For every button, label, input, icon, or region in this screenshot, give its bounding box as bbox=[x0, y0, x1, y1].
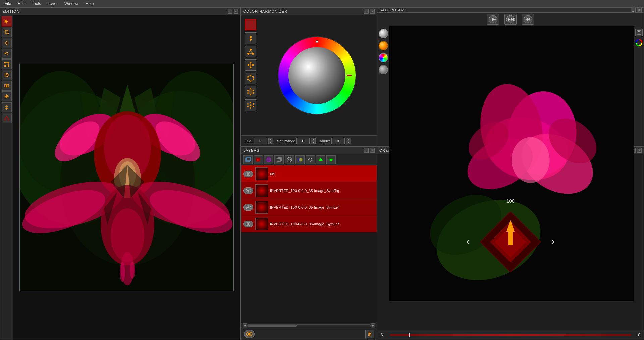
layer-blend-btn[interactable] bbox=[295, 155, 305, 164]
menu-file[interactable]: File bbox=[1, 1, 14, 7]
cc-close-btn[interactable]: × bbox=[637, 148, 642, 153]
menu-layer[interactable]: Layer bbox=[44, 1, 61, 7]
layer-row[interactable]: M5 bbox=[241, 165, 377, 182]
warp-tool-btn[interactable] bbox=[2, 70, 12, 80]
salient-play-btn[interactable] bbox=[487, 14, 499, 25]
hue-down-btn[interactable]: ▼ bbox=[268, 141, 273, 144]
hue-input[interactable] bbox=[254, 138, 267, 144]
menu-window[interactable]: Window bbox=[61, 1, 82, 7]
svg-rect-13 bbox=[5, 84, 6, 87]
salient-skip-btn[interactable] bbox=[504, 14, 517, 25]
salient-compass-ball[interactable] bbox=[379, 29, 388, 38]
saturation-input[interactable] bbox=[296, 138, 310, 144]
salient-screenshot-btn[interactable] bbox=[635, 29, 643, 36]
layers-scrollbar-area: ◀ ▶ bbox=[241, 323, 377, 328]
layer-name: INVERTED_100-0-0-0_35-Image_SymRig bbox=[270, 189, 375, 193]
salient-color-ball[interactable] bbox=[379, 53, 388, 62]
cc-slider-track[interactable] bbox=[390, 334, 631, 336]
edition-minimize-btn[interactable]: _ bbox=[228, 9, 232, 14]
layer-down-btn[interactable] bbox=[326, 155, 336, 164]
layer-visibility-toggle[interactable] bbox=[243, 171, 253, 177]
layer-row[interactable]: INVERTED_100-0-0-0_35-Image_SymRig bbox=[241, 182, 377, 199]
sa-close-btn[interactable]: × bbox=[637, 8, 642, 12]
svg-rect-8 bbox=[4, 62, 6, 63]
rotate-tool-btn[interactable] bbox=[2, 49, 12, 59]
layer-merge-btn[interactable] bbox=[264, 155, 273, 164]
svg-rect-5 bbox=[6, 43, 7, 43]
layers-visibility-all-btn[interactable] bbox=[244, 330, 255, 338]
mirror-tool-btn[interactable] bbox=[2, 81, 12, 91]
hue-label: Hue: bbox=[245, 139, 252, 143]
layer-row[interactable]: INVERTED_100-0-0-0_35-Image_SymLef bbox=[241, 216, 377, 232]
layer-visibility-toggle[interactable] bbox=[243, 187, 253, 194]
layer-new-btn[interactable] bbox=[243, 155, 253, 164]
harmony-misc-btn[interactable] bbox=[245, 99, 256, 111]
layer-mask-btn[interactable] bbox=[285, 155, 294, 164]
layer-up-btn[interactable] bbox=[316, 155, 325, 164]
position-tool-btn[interactable] bbox=[2, 91, 12, 101]
ch-minimize-btn[interactable]: _ bbox=[364, 9, 369, 14]
menu-help[interactable]: Help bbox=[82, 1, 97, 7]
svg-point-130 bbox=[299, 158, 302, 161]
layers-scroll-left[interactable]: ◀ bbox=[243, 323, 247, 328]
value-up-btn[interactable]: ▲ bbox=[346, 138, 351, 141]
transform-tool-btn[interactable] bbox=[2, 59, 12, 69]
color-hue-controls: Hue: ▲ ▼ Saturation: ▲ ▼ bbox=[241, 135, 377, 146]
layers-scroll-track[interactable] bbox=[247, 324, 371, 327]
ch-close-btn[interactable]: × bbox=[370, 9, 375, 14]
menu-tools[interactable]: Tools bbox=[28, 1, 44, 7]
edition-panel: Edition _ × bbox=[0, 7, 241, 340]
color-wheel[interactable] bbox=[278, 37, 356, 114]
svg-marker-80 bbox=[248, 89, 253, 95]
svg-point-83 bbox=[253, 92, 254, 94]
color-wheel-container[interactable] bbox=[260, 18, 374, 133]
layers-scroll-thumb bbox=[248, 325, 297, 327]
layer-row[interactable]: INVERTED_100-0-0-0_35-Image_SymLef bbox=[241, 199, 377, 216]
salient-color-wheel-icon[interactable] bbox=[635, 39, 643, 46]
svg-marker-4 bbox=[8, 42, 9, 44]
harmony-single-btn[interactable] bbox=[245, 32, 256, 44]
harmony-triangle-btn[interactable] bbox=[245, 46, 256, 57]
edition-close-btn[interactable]: × bbox=[234, 9, 238, 14]
hue-up-btn[interactable]: ▲ bbox=[268, 138, 273, 141]
saturation-down-btn[interactable]: ▼ bbox=[311, 141, 316, 144]
cc-content: 100 0 0 bbox=[377, 154, 644, 330]
harmony-hex1-btn[interactable] bbox=[245, 73, 256, 84]
svg-marker-1 bbox=[6, 41, 7, 42]
value-down-btn[interactable]: ▼ bbox=[346, 141, 351, 144]
crop-tool-btn[interactable] bbox=[2, 27, 12, 37]
sa-minimize-btn[interactable]: _ bbox=[631, 8, 636, 12]
cut-tool-btn[interactable] bbox=[2, 113, 12, 123]
layer-duplicate-btn[interactable] bbox=[274, 155, 284, 164]
salient-gray-ball[interactable] bbox=[379, 65, 388, 74]
layers-close-btn[interactable]: × bbox=[370, 148, 375, 153]
menu-edit[interactable]: Edit bbox=[14, 1, 28, 7]
harmony-hex2-btn[interactable] bbox=[245, 86, 256, 97]
canvas-area[interactable] bbox=[13, 15, 240, 340]
svg-point-143 bbox=[248, 333, 251, 335]
svg-line-66 bbox=[251, 50, 253, 54]
salient-orange-ball[interactable] bbox=[379, 41, 388, 50]
select-tool-btn[interactable] bbox=[2, 16, 12, 26]
top-right: Color Harmonizer _ × bbox=[241, 7, 644, 146]
value-input[interactable] bbox=[331, 138, 345, 144]
layers-panel: Layers _ × bbox=[241, 146, 377, 340]
layer-visibility-toggle[interactable] bbox=[243, 221, 253, 227]
layers-scroll-right[interactable]: ▶ bbox=[371, 323, 375, 328]
layer-visibility-toggle[interactable] bbox=[243, 204, 253, 211]
color-swatch[interactable] bbox=[245, 19, 256, 30]
salient-back-btn[interactable] bbox=[522, 14, 534, 25]
move-tool-btn[interactable] bbox=[2, 38, 12, 48]
layer-refresh-btn[interactable] bbox=[306, 155, 315, 164]
harmony-star-btn[interactable] bbox=[245, 59, 256, 71]
color-wheel-inner bbox=[288, 47, 345, 104]
layer-delete-btn[interactable] bbox=[254, 155, 263, 164]
saturation-up-btn[interactable]: ▲ bbox=[311, 138, 316, 141]
layer-thumbnail bbox=[255, 201, 268, 214]
layers-trash-btn[interactable]: 🗑 bbox=[365, 330, 374, 338]
layer-name: INVERTED_100-0-0-0_35-Image_SymLef bbox=[270, 205, 375, 209]
layers-minimize-btn[interactable]: _ bbox=[364, 148, 369, 153]
svg-point-85 bbox=[247, 92, 249, 94]
svg-point-76 bbox=[253, 79, 254, 80]
align-tool-btn[interactable] bbox=[2, 102, 12, 112]
